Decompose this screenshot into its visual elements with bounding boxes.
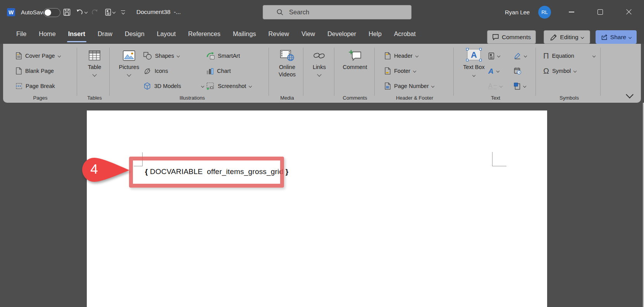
pencil-icon bbox=[550, 34, 557, 41]
quick-parts-button[interactable] bbox=[488, 50, 500, 62]
text-box-button[interactable]: A Text Box bbox=[462, 47, 486, 78]
quick-parts-chevron-icon bbox=[497, 54, 500, 57]
screenshot-button[interactable]: Screenshot bbox=[206, 80, 251, 92]
ribbon-group-tables: Table Tables bbox=[79, 44, 110, 103]
minimize-icon bbox=[569, 12, 574, 12]
header-button[interactable]: Header bbox=[384, 50, 418, 62]
chart-label: Chart bbox=[217, 68, 231, 74]
tab-mailings[interactable]: Mailings bbox=[227, 24, 262, 44]
smartart-button[interactable]: SmartArt bbox=[206, 50, 240, 62]
tab-developer[interactable]: Developer bbox=[321, 24, 362, 44]
3d-models-cube-icon bbox=[143, 82, 151, 90]
text-box-chevron-icon bbox=[472, 74, 475, 77]
online-videos-label: Online Videos bbox=[276, 64, 298, 78]
icons-button[interactable]: Icons bbox=[143, 65, 168, 77]
search-input[interactable]: Search bbox=[263, 5, 412, 19]
tab-design[interactable]: Design bbox=[119, 24, 151, 44]
tab-help[interactable]: Help bbox=[362, 24, 388, 44]
table-button[interactable]: Table bbox=[79, 48, 110, 76]
search-placeholder: Search bbox=[289, 9, 309, 16]
header-label: Header bbox=[394, 53, 413, 59]
quick-access-document-button[interactable] bbox=[105, 0, 115, 24]
links-button[interactable]: Links bbox=[308, 48, 331, 76]
ribbon-group-pages: Cover Page Blank Page Page B bbox=[7, 44, 74, 103]
comment-button[interactable]: Comment bbox=[339, 48, 370, 71]
minimize-button[interactable] bbox=[563, 0, 580, 24]
group-separator bbox=[334, 48, 334, 96]
wordart-button[interactable]: A bbox=[488, 65, 499, 77]
equation-label: Equation bbox=[552, 53, 574, 59]
save-button[interactable] bbox=[63, 0, 71, 24]
editing-button[interactable]: Editing bbox=[544, 30, 590, 44]
tab-references[interactable]: References bbox=[182, 24, 227, 44]
table-chevron-icon bbox=[92, 72, 96, 76]
tab-draw[interactable]: Draw bbox=[91, 24, 119, 44]
blank-page-button[interactable]: Blank Page bbox=[15, 65, 54, 77]
table-icon bbox=[89, 48, 100, 62]
document-panel-icon bbox=[105, 9, 111, 16]
signature-line-chevron-icon bbox=[524, 54, 527, 57]
equation-button[interactable]: Π Equation bbox=[543, 50, 595, 62]
header-chevron-icon bbox=[415, 54, 418, 57]
undo-button[interactable] bbox=[76, 0, 87, 24]
signature-line-icon bbox=[514, 52, 521, 60]
drop-cap-icon: A bbox=[488, 83, 497, 89]
date-time-icon bbox=[514, 67, 522, 75]
page-break-button[interactable]: Page Break bbox=[15, 80, 55, 92]
word-window: W AutoSave bbox=[0, 0, 644, 307]
group-separator bbox=[600, 48, 601, 96]
cover-page-button[interactable]: Cover Page bbox=[15, 50, 60, 62]
ribbon-group-symbols: Π Equation Ω Symbol Symbols bbox=[538, 44, 601, 103]
customize-quick-access-button[interactable] bbox=[121, 0, 125, 24]
screenshot-label: Screenshot bbox=[218, 83, 246, 89]
tab-layout[interactable]: Layout bbox=[151, 24, 182, 44]
pictures-button[interactable]: Pictures bbox=[116, 48, 142, 76]
group-separator bbox=[303, 48, 303, 96]
ribbon-group-text: A Text Box A A bbox=[456, 44, 536, 103]
document-title: Document38 -... bbox=[136, 0, 181, 24]
page-number-button[interactable]: Page Number bbox=[384, 80, 434, 92]
page-number-chevron-icon bbox=[431, 85, 434, 88]
close-icon bbox=[626, 9, 632, 15]
tab-acrobat[interactable]: Acrobat bbox=[388, 24, 422, 44]
document-page[interactable]: { DOCVARIABLE offer_items_gross_grid } bbox=[87, 110, 547, 307]
text-group-label: Text bbox=[456, 95, 536, 101]
tab-view[interactable]: View bbox=[295, 24, 321, 44]
user-avatar[interactable]: RL bbox=[538, 6, 551, 19]
ribbon-group-header-footer: Header Footer bbox=[376, 44, 453, 103]
shapes-button[interactable]: Shapes bbox=[143, 50, 204, 62]
comments-button[interactable]: Comments bbox=[487, 30, 536, 44]
shapes-label: Shapes bbox=[155, 53, 174, 59]
3d-models-button[interactable]: 3D Models bbox=[143, 80, 204, 92]
date-time-button[interactable] bbox=[514, 65, 522, 77]
collapse-ribbon-icon[interactable] bbox=[626, 91, 634, 98]
comment-label: Comment bbox=[343, 64, 367, 71]
tab-file[interactable]: File bbox=[10, 24, 33, 44]
maximize-button[interactable] bbox=[591, 0, 609, 24]
close-button[interactable] bbox=[620, 0, 638, 24]
share-button[interactable]: Share bbox=[596, 30, 637, 44]
maximize-icon bbox=[598, 9, 603, 15]
object-chevron-icon bbox=[523, 85, 526, 88]
autosave-toggle[interactable] bbox=[43, 8, 60, 17]
share-chevron-icon bbox=[629, 35, 632, 38]
signature-line-button[interactable] bbox=[514, 50, 527, 62]
smartart-label: SmartArt bbox=[218, 53, 240, 59]
symbol-button[interactable]: Ω Symbol bbox=[543, 65, 576, 77]
chart-button[interactable]: Chart bbox=[206, 65, 231, 77]
screenshot-icon bbox=[206, 82, 215, 90]
redo-button bbox=[91, 0, 98, 24]
links-label: Links bbox=[313, 64, 326, 71]
document-canvas: { DOCVARIABLE offer_items_gross_grid } 4 bbox=[0, 103, 644, 307]
undo-chevron-icon bbox=[84, 10, 88, 14]
object-button[interactable] bbox=[514, 80, 526, 92]
footer-button[interactable]: Footer bbox=[384, 65, 416, 77]
online-videos-button[interactable]: Online Videos bbox=[275, 48, 299, 78]
toggle-knob bbox=[45, 9, 51, 16]
tab-review[interactable]: Review bbox=[262, 24, 295, 44]
tab-home[interactable]: Home bbox=[33, 24, 62, 44]
wordart-chevron-icon bbox=[496, 69, 499, 72]
group-separator bbox=[453, 48, 454, 96]
group-separator bbox=[109, 48, 110, 96]
tab-insert[interactable]: Insert bbox=[62, 24, 91, 44]
